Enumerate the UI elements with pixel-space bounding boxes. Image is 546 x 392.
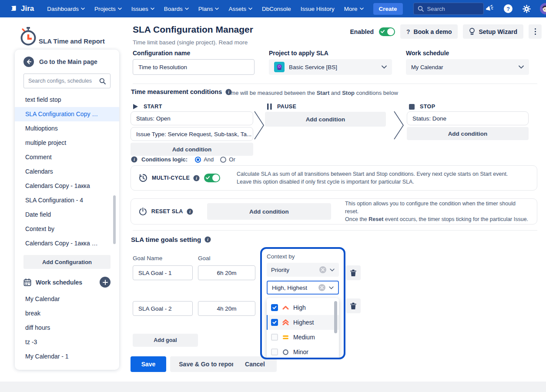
config-item[interactable]: Date field: [15, 208, 119, 222]
goal-name-input-2[interactable]: [133, 301, 193, 316]
option-medium[interactable]: Medium: [267, 330, 339, 345]
create-button[interactable]: Create: [373, 3, 403, 15]
config-name-input[interactable]: [133, 59, 255, 75]
add-configuration-button[interactable]: Add Configuration: [23, 255, 111, 269]
more-options-button[interactable]: [529, 24, 542, 39]
config-item[interactable]: text field stop: [15, 93, 119, 107]
add-schedule-button[interactable]: [100, 277, 111, 288]
clear-icon[interactable]: [318, 284, 325, 291]
global-search[interactable]: [413, 3, 484, 15]
work-schedule-select[interactable]: My Calendar: [406, 59, 529, 75]
chevron-down-icon: [330, 268, 335, 271]
config-item[interactable]: Calendars Copy - 1акка: [15, 179, 119, 193]
nav-item-dashboards[interactable]: Dashboards: [47, 6, 85, 12]
goals-section-title: SLA time goals setting i: [131, 236, 211, 243]
dropdown-scrollbar-thumb[interactable]: [334, 301, 337, 333]
nav-item-issue-history[interactable]: Issue History: [301, 6, 335, 12]
config-item[interactable]: Calendars Copy - 1акка …: [15, 236, 119, 251]
sidebar: SLA Time and Report Go to the Main page …: [0, 17, 125, 392]
nav-item-dbconsole[interactable]: DbConsole: [262, 6, 291, 12]
global-search-input[interactable]: [427, 6, 479, 12]
reset-sla-label: RESET SLA: [151, 208, 183, 214]
nav-item-plans[interactable]: Plans: [198, 6, 219, 12]
checkbox-unchecked[interactable]: [271, 334, 278, 341]
flow-chevron-icon: [254, 110, 265, 141]
project-value: Basic Service [BS]: [289, 64, 377, 70]
schedule-item[interactable]: diff hours: [15, 321, 119, 335]
goal-value-input-2[interactable]: [198, 301, 255, 316]
schedule-item[interactable]: My Calendar - 1: [15, 349, 119, 364]
priority-dropdown-list: High Highest Medium Minor: [267, 298, 339, 359]
lightbulb-icon: [469, 28, 475, 35]
sidebar-scrollbar-thumb[interactable]: [113, 195, 116, 244]
nav-menu: Dashboards Projects Issues Boards Plans …: [47, 6, 363, 12]
stop-condition[interactable]: Status: Done: [407, 111, 529, 125]
start-condition[interactable]: Issue Type: Service Request, Sub-task, T…: [131, 127, 253, 141]
logic-and-label[interactable]: And: [204, 156, 214, 163]
config-item-selected[interactable]: SLA Configuration Copy …: [15, 107, 119, 121]
config-list: text field stop SLA Configuration Copy ……: [15, 93, 119, 251]
delete-goal-button-1[interactable]: [346, 265, 361, 280]
config-item[interactable]: Context by: [15, 222, 119, 236]
announcements-button[interactable]: [484, 3, 495, 14]
priority-medium-icon: [282, 335, 289, 339]
config-item[interactable]: Calendars: [15, 164, 119, 179]
schedule-item[interactable]: break: [15, 306, 119, 321]
nav-item-projects[interactable]: Projects: [94, 6, 122, 12]
setup-wizard-button[interactable]: Setup Wizard: [463, 24, 523, 39]
configs-search[interactable]: [23, 74, 111, 88]
info-icon[interactable]: i: [131, 156, 137, 163]
goal-name-input-1[interactable]: [133, 265, 193, 280]
settings-button[interactable]: [521, 3, 533, 14]
delete-goal-button-2[interactable]: [346, 298, 361, 313]
option-high[interactable]: High: [267, 300, 339, 315]
context-values-value: High, Highest: [272, 285, 315, 291]
search-icon: [99, 78, 106, 84]
logic-or-radio[interactable]: [220, 157, 226, 163]
config-item[interactable]: Multioptions: [15, 121, 119, 136]
info-icon[interactable]: i: [204, 236, 211, 243]
nav-item-boards[interactable]: Boards: [164, 6, 189, 12]
config-item[interactable]: multiple project: [15, 136, 119, 150]
save-button[interactable]: Save: [131, 356, 166, 372]
checkbox-unchecked[interactable]: [271, 348, 278, 355]
config-item[interactable]: Comment: [15, 150, 119, 164]
help-button[interactable]: ?: [502, 3, 514, 14]
multi-cycle-toggle[interactable]: [204, 174, 220, 182]
option-label: Highest: [293, 319, 314, 326]
start-condition[interactable]: Status: Open: [131, 111, 253, 125]
stop-add-condition-button[interactable]: Add condition: [407, 127, 529, 140]
pause-column-header: PAUSE: [267, 104, 296, 110]
checkbox-checked[interactable]: [271, 304, 278, 311]
nav-item-more[interactable]: More: [344, 6, 364, 12]
book-demo-button[interactable]: ? Book a demo: [400, 24, 458, 39]
schedule-item[interactable]: My Calendar: [15, 292, 119, 306]
info-icon[interactable]: i: [193, 175, 200, 181]
checkbox-checked[interactable]: [271, 319, 278, 326]
info-icon[interactable]: i: [187, 208, 193, 215]
logic-or-label[interactable]: Or: [229, 156, 235, 163]
jira-logo[interactable]: Jira: [9, 4, 34, 13]
add-goal-button[interactable]: Add goal: [133, 334, 198, 347]
read-more-link[interactable]: Read more: [219, 39, 248, 46]
clear-icon[interactable]: [319, 266, 326, 273]
option-minor[interactable]: Minor: [267, 345, 339, 359]
option-highest[interactable]: Highest: [267, 315, 339, 330]
setup-wizard-label: Setup Wizard: [479, 28, 517, 35]
project-select[interactable]: Basic Service [BS]: [269, 59, 392, 75]
nav-item-assets[interactable]: Assets: [228, 6, 252, 12]
context-field-select[interactable]: Priority: [267, 263, 339, 277]
context-values-select[interactable]: High, Highest: [267, 281, 339, 295]
config-item[interactable]: SLA Configuration - 4: [15, 193, 119, 208]
logic-and-radio[interactable]: [195, 157, 201, 163]
enabled-toggle[interactable]: [379, 27, 395, 36]
start-add-condition-button[interactable]: Add condition: [131, 143, 253, 156]
go-to-main-page-link[interactable]: Go to the Main page: [15, 57, 119, 67]
goal-value-input-1[interactable]: [198, 265, 255, 280]
schedule-item[interactable]: tz -3: [15, 335, 119, 349]
user-avatar[interactable]: [540, 3, 546, 14]
nav-item-issues[interactable]: Issues: [131, 6, 154, 12]
pause-add-condition-button[interactable]: Add condition: [265, 112, 386, 127]
reset-add-condition-button[interactable]: Add condition: [207, 203, 332, 220]
configs-search-input[interactable]: [28, 78, 99, 84]
